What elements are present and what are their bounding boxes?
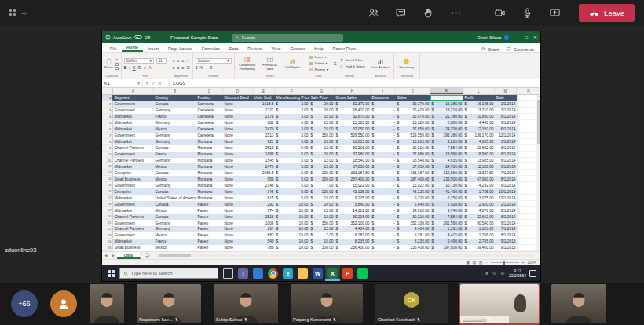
column-header-A[interactable]: A (113, 88, 154, 94)
cell[interactable]: $- (371, 163, 396, 170)
cell[interactable]: France (154, 239, 196, 245)
copy-icon[interactable] (115, 63, 119, 66)
row-header-21[interactable]: 21 (102, 220, 113, 226)
accounting-format-button[interactable]: $ (196, 65, 198, 70)
cell[interactable]: $20.00 (309, 152, 335, 158)
cell[interactable]: Small Business (113, 245, 154, 251)
cell[interactable]: 1006 (253, 220, 275, 226)
cell[interactable]: Gross Sales (335, 95, 371, 101)
decimal-buttons[interactable]: .0 (209, 65, 212, 70)
cell[interactable]: Canada (154, 201, 196, 207)
row-header-7[interactable]: 7 (102, 133, 113, 139)
borders-button[interactable]: ⊞ (137, 65, 141, 70)
cell[interactable]: None (223, 158, 253, 164)
cut-icon[interactable]: ✂ (115, 57, 119, 61)
cell[interactable]: $8,880.00 (430, 120, 463, 126)
cell[interactable]: Channel Partners (113, 145, 154, 152)
taskbar-app-line[interactable] (355, 265, 370, 281)
cell[interactable]: $12,350.00 (463, 163, 495, 170)
font-name-combo[interactable]: Calibri▾ (124, 58, 154, 64)
align-top-button[interactable]: ≡ (173, 58, 175, 63)
cell[interactable]: $10.00 (275, 232, 309, 239)
cell[interactable]: $15,022.00 (335, 182, 371, 188)
cell[interactable]: 549 (253, 239, 275, 245)
cell[interactable]: $30,216.00 (396, 145, 430, 152)
cell[interactable]: $18,990.00 (430, 152, 463, 158)
ribbon-tab-power-pivot[interactable]: Power Pivot (328, 45, 360, 52)
cell[interactable]: $18,540.00 (335, 158, 371, 164)
participants-button[interactable] (363, 4, 383, 21)
align-bottom-button[interactable]: ≡ (182, 58, 185, 63)
raise-hand-button[interactable] (418, 4, 438, 21)
cell[interactable]: None (223, 170, 253, 176)
cell[interactable]: $14,610.00 (396, 207, 430, 214)
row-header-24[interactable]: 24 (102, 239, 113, 245)
cell[interactable]: $5.00 (275, 163, 309, 170)
cell[interactable]: $5.00 (275, 145, 309, 152)
leave-button[interactable]: Leave (579, 4, 635, 22)
cell[interactable]: 6/1/2014 (495, 220, 517, 226)
cell[interactable]: Midmarket (113, 207, 154, 214)
cell[interactable]: $7,554.00 (430, 145, 463, 152)
cell[interactable]: $14,610.00 (335, 207, 371, 214)
participant-tile[interactable] (551, 284, 606, 323)
number-format-combo[interactable]: Custom▾ (196, 58, 232, 64)
column-header-I[interactable]: I (371, 88, 396, 94)
cell[interactable]: 6/1/2014 (495, 145, 517, 152)
empty-cell[interactable] (517, 139, 536, 145)
cell[interactable]: 2470 (253, 126, 275, 133)
cell[interactable]: Sale Price (309, 95, 335, 101)
font-color-button[interactable]: A (148, 65, 151, 70)
column-header-C[interactable]: C (196, 88, 223, 94)
cell[interactable]: $- (371, 101, 396, 108)
cell[interactable]: $4,870.00 (463, 207, 495, 214)
orientation-button[interactable]: ⟋ (186, 58, 189, 64)
cell[interactable]: $13,815.00 (335, 139, 371, 145)
autosave-toggle[interactable]: AutoSave Off (113, 35, 150, 40)
column-header-G[interactable]: G (309, 88, 335, 94)
cell[interactable]: 1/1/2014 (495, 108, 517, 114)
cell[interactable]: $3.00 (275, 101, 309, 108)
cell[interactable]: Germany (154, 182, 196, 188)
row-header-25[interactable]: 25 (102, 245, 113, 251)
cell[interactable]: 788 (253, 245, 275, 251)
cell[interactable]: $10.00 (275, 245, 309, 251)
zoom-in-button[interactable]: + (522, 261, 525, 265)
cell[interactable]: Profit (463, 95, 495, 101)
cell[interactable]: 2518 (253, 145, 275, 152)
cell[interactable]: $350.00 (309, 133, 335, 139)
cancel-icon[interactable]: ✕ (145, 81, 148, 86)
cell[interactable]: 292 (253, 201, 275, 207)
empty-cell[interactable] (517, 108, 536, 114)
cell[interactable]: France (154, 114, 196, 120)
cell[interactable]: $10.00 (275, 201, 309, 207)
cell[interactable]: 974 (253, 207, 275, 214)
delete-cells-button[interactable]: Delete▾ (309, 61, 328, 66)
cell[interactable]: $37,050.00 (396, 126, 430, 133)
cell[interactable]: $333,187.50 (335, 170, 371, 176)
cell[interactable]: Midmarket (113, 195, 154, 201)
cell[interactable]: $- (371, 226, 396, 232)
empty-cell[interactable] (517, 114, 536, 120)
sort-filter-button[interactable]: Sort & Filter (339, 58, 365, 63)
cell[interactable]: $- (371, 158, 396, 164)
percent-format-button[interactable]: % (199, 65, 203, 70)
cell[interactable]: $- (371, 207, 396, 214)
cell[interactable]: Midmarket (113, 239, 154, 245)
cell[interactable]: $12.00 (309, 226, 335, 232)
cell[interactable]: $5.00 (275, 176, 309, 182)
cell[interactable]: Enterprise (113, 170, 154, 176)
cell[interactable]: $13,320.00 (335, 120, 371, 126)
cell[interactable]: $37,050.00 (335, 126, 371, 133)
cell[interactable]: Paseo (196, 245, 223, 251)
cell[interactable]: $9,740.00 (430, 207, 463, 214)
cell[interactable]: 3/1/2014 (495, 139, 517, 145)
cell[interactable]: Government (113, 152, 154, 158)
cell[interactable]: 8/1/2014 (495, 176, 517, 182)
cell[interactable]: Units Sold (253, 95, 275, 101)
row-header-10[interactable]: 10 (102, 152, 113, 158)
cell[interactable]: $2,920.00 (430, 201, 463, 207)
cell[interactable]: $5.00 (275, 170, 309, 176)
cell[interactable]: Carretera (196, 133, 223, 139)
cell[interactable]: Channel Partners (113, 226, 154, 232)
